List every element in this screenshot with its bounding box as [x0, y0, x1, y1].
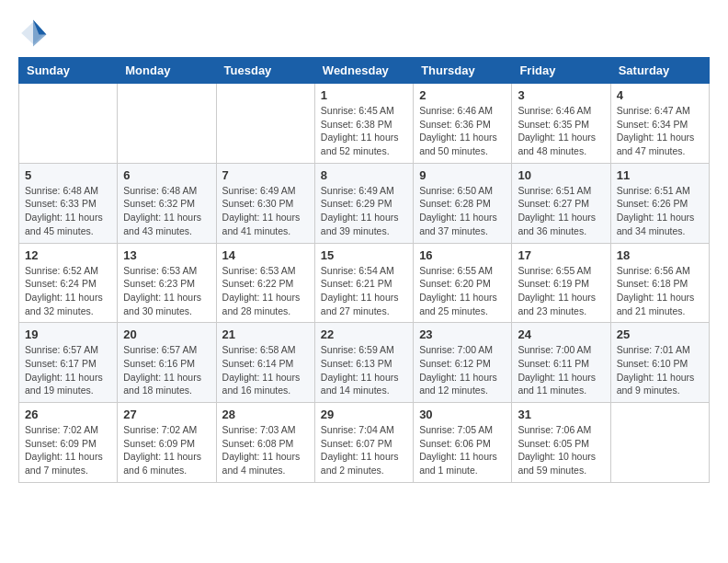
- day-number: 1: [321, 88, 407, 102]
- calendar-day-cell: 16Sunrise: 6:55 AM Sunset: 6:20 PM Dayli…: [414, 243, 512, 323]
- day-number: 17: [518, 248, 604, 262]
- day-number: 2: [419, 88, 506, 102]
- day-number: 23: [419, 327, 506, 341]
- day-number: 26: [25, 408, 111, 421]
- calendar-day-header: Tuesday: [216, 58, 314, 84]
- logo: [18, 18, 51, 48]
- day-number: 28: [222, 408, 309, 421]
- calendar-day-cell: 23Sunrise: 7:00 AM Sunset: 6:12 PM Dayli…: [414, 323, 512, 403]
- calendar-table: SundayMondayTuesdayWednesdayThursdayFrid…: [18, 57, 710, 483]
- calendar-day-cell: 24Sunrise: 7:00 AM Sunset: 6:11 PM Dayli…: [512, 323, 610, 403]
- day-info: Sunrise: 7:05 AM Sunset: 6:06 PM Dayligh…: [419, 423, 506, 477]
- day-info: Sunrise: 6:55 AM Sunset: 6:20 PM Dayligh…: [419, 264, 506, 318]
- calendar-week-row: 12Sunrise: 6:52 AM Sunset: 6:24 PM Dayli…: [19, 243, 710, 323]
- calendar-day-cell: 15Sunrise: 6:54 AM Sunset: 6:21 PM Dayli…: [314, 243, 413, 323]
- calendar-day-cell: 2Sunrise: 6:46 AM Sunset: 6:36 PM Daylig…: [414, 84, 512, 164]
- day-number: 9: [419, 168, 506, 182]
- calendar-week-row: 26Sunrise: 7:02 AM Sunset: 6:09 PM Dayli…: [19, 403, 710, 483]
- day-info: Sunrise: 6:50 AM Sunset: 6:28 PM Dayligh…: [419, 184, 506, 238]
- day-number: 27: [123, 408, 210, 421]
- calendar-day-cell: 12Sunrise: 6:52 AM Sunset: 6:24 PM Dayli…: [19, 243, 118, 323]
- day-number: 31: [518, 408, 604, 421]
- calendar-day-cell: 11Sunrise: 6:51 AM Sunset: 6:26 PM Dayli…: [610, 163, 709, 243]
- day-number: 6: [123, 168, 210, 182]
- day-number: 24: [518, 327, 604, 341]
- day-number: 30: [419, 408, 506, 421]
- day-info: Sunrise: 7:02 AM Sunset: 6:09 PM Dayligh…: [25, 423, 111, 477]
- calendar-day-header: Friday: [512, 58, 610, 84]
- calendar-day-cell: 31Sunrise: 7:06 AM Sunset: 6:05 PM Dayli…: [512, 403, 610, 483]
- day-info: Sunrise: 6:47 AM Sunset: 6:34 PM Dayligh…: [617, 104, 703, 158]
- calendar-day-cell: 27Sunrise: 7:02 AM Sunset: 6:09 PM Dayli…: [118, 403, 216, 483]
- calendar-header-row: SundayMondayTuesdayWednesdayThursdayFrid…: [19, 58, 710, 84]
- day-info: Sunrise: 6:58 AM Sunset: 6:14 PM Dayligh…: [222, 343, 309, 397]
- day-info: Sunrise: 6:54 AM Sunset: 6:21 PM Dayligh…: [321, 264, 407, 318]
- day-number: 5: [25, 168, 111, 182]
- day-info: Sunrise: 7:00 AM Sunset: 6:12 PM Dayligh…: [419, 343, 506, 397]
- day-info: Sunrise: 6:46 AM Sunset: 6:36 PM Dayligh…: [419, 104, 506, 158]
- calendar-day-cell: 22Sunrise: 6:59 AM Sunset: 6:13 PM Dayli…: [314, 323, 413, 403]
- day-number: 21: [222, 327, 309, 341]
- day-number: 4: [617, 88, 703, 102]
- day-number: 20: [123, 327, 210, 341]
- calendar-day-cell: 29Sunrise: 7:04 AM Sunset: 6:07 PM Dayli…: [314, 403, 413, 483]
- calendar-week-row: 1Sunrise: 6:45 AM Sunset: 6:38 PM Daylig…: [19, 84, 710, 164]
- day-number: 18: [617, 248, 703, 262]
- day-number: 29: [321, 408, 407, 421]
- day-info: Sunrise: 7:00 AM Sunset: 6:11 PM Dayligh…: [518, 343, 604, 397]
- day-info: Sunrise: 7:02 AM Sunset: 6:09 PM Dayligh…: [123, 423, 210, 477]
- day-number: 11: [617, 168, 703, 182]
- calendar-day-cell: 28Sunrise: 7:03 AM Sunset: 6:08 PM Dayli…: [216, 403, 314, 483]
- calendar-day-header: Thursday: [414, 58, 512, 84]
- day-info: Sunrise: 7:04 AM Sunset: 6:07 PM Dayligh…: [321, 423, 407, 477]
- calendar-day-cell: 20Sunrise: 6:57 AM Sunset: 6:16 PM Dayli…: [118, 323, 216, 403]
- calendar-day-header: Wednesday: [314, 58, 413, 84]
- calendar-day-cell: 4Sunrise: 6:47 AM Sunset: 6:34 PM Daylig…: [610, 84, 709, 164]
- day-info: Sunrise: 6:49 AM Sunset: 6:29 PM Dayligh…: [321, 184, 407, 238]
- day-info: Sunrise: 6:45 AM Sunset: 6:38 PM Dayligh…: [321, 104, 407, 158]
- day-info: Sunrise: 6:53 AM Sunset: 6:22 PM Dayligh…: [222, 264, 309, 318]
- day-number: 15: [321, 248, 407, 262]
- calendar-day-cell: 25Sunrise: 7:01 AM Sunset: 6:10 PM Dayli…: [610, 323, 709, 403]
- calendar-day-cell: 17Sunrise: 6:55 AM Sunset: 6:19 PM Dayli…: [512, 243, 610, 323]
- calendar-day-cell: 6Sunrise: 6:48 AM Sunset: 6:32 PM Daylig…: [118, 163, 216, 243]
- calendar-day-cell: 19Sunrise: 6:57 AM Sunset: 6:17 PM Dayli…: [19, 323, 118, 403]
- day-number: 13: [123, 248, 210, 262]
- day-number: 3: [518, 88, 604, 102]
- calendar-day-cell: 8Sunrise: 6:49 AM Sunset: 6:29 PM Daylig…: [314, 163, 413, 243]
- calendar-day-cell: [610, 403, 709, 483]
- day-info: Sunrise: 6:51 AM Sunset: 6:27 PM Dayligh…: [518, 184, 604, 238]
- day-info: Sunrise: 6:48 AM Sunset: 6:32 PM Dayligh…: [123, 184, 210, 238]
- calendar-day-cell: 3Sunrise: 6:46 AM Sunset: 6:35 PM Daylig…: [512, 84, 610, 164]
- calendar-day-cell: 9Sunrise: 6:50 AM Sunset: 6:28 PM Daylig…: [414, 163, 512, 243]
- day-number: 10: [518, 168, 604, 182]
- calendar-day-header: Monday: [118, 58, 216, 84]
- day-info: Sunrise: 6:52 AM Sunset: 6:24 PM Dayligh…: [25, 264, 111, 318]
- calendar-day-header: Sunday: [19, 58, 118, 84]
- day-info: Sunrise: 6:51 AM Sunset: 6:26 PM Dayligh…: [617, 184, 703, 238]
- calendar-day-cell: 14Sunrise: 6:53 AM Sunset: 6:22 PM Dayli…: [216, 243, 314, 323]
- calendar-day-cell: 5Sunrise: 6:48 AM Sunset: 6:33 PM Daylig…: [19, 163, 118, 243]
- day-number: 12: [25, 248, 111, 262]
- day-number: 16: [419, 248, 506, 262]
- day-info: Sunrise: 6:59 AM Sunset: 6:13 PM Dayligh…: [321, 343, 407, 397]
- day-info: Sunrise: 6:49 AM Sunset: 6:30 PM Dayligh…: [222, 184, 309, 238]
- page-header: [18, 18, 710, 48]
- calendar-day-cell: 18Sunrise: 6:56 AM Sunset: 6:18 PM Dayli…: [610, 243, 709, 323]
- calendar-day-cell: 13Sunrise: 6:53 AM Sunset: 6:23 PM Dayli…: [118, 243, 216, 323]
- day-info: Sunrise: 6:53 AM Sunset: 6:23 PM Dayligh…: [123, 264, 210, 318]
- day-info: Sunrise: 6:46 AM Sunset: 6:35 PM Dayligh…: [518, 104, 604, 158]
- day-number: 19: [25, 327, 111, 341]
- calendar-day-cell: 26Sunrise: 7:02 AM Sunset: 6:09 PM Dayli…: [19, 403, 118, 483]
- day-number: 8: [321, 168, 407, 182]
- day-info: Sunrise: 7:01 AM Sunset: 6:10 PM Dayligh…: [617, 343, 703, 397]
- logo-icon: [18, 18, 48, 48]
- calendar-day-cell: [216, 84, 314, 164]
- day-number: 7: [222, 168, 309, 182]
- day-info: Sunrise: 7:06 AM Sunset: 6:05 PM Dayligh…: [518, 423, 604, 477]
- day-number: 14: [222, 248, 309, 262]
- calendar-week-row: 5Sunrise: 6:48 AM Sunset: 6:33 PM Daylig…: [19, 163, 710, 243]
- day-info: Sunrise: 6:55 AM Sunset: 6:19 PM Dayligh…: [518, 264, 604, 318]
- calendar-day-cell: [19, 84, 118, 164]
- calendar-week-row: 19Sunrise: 6:57 AM Sunset: 6:17 PM Dayli…: [19, 323, 710, 403]
